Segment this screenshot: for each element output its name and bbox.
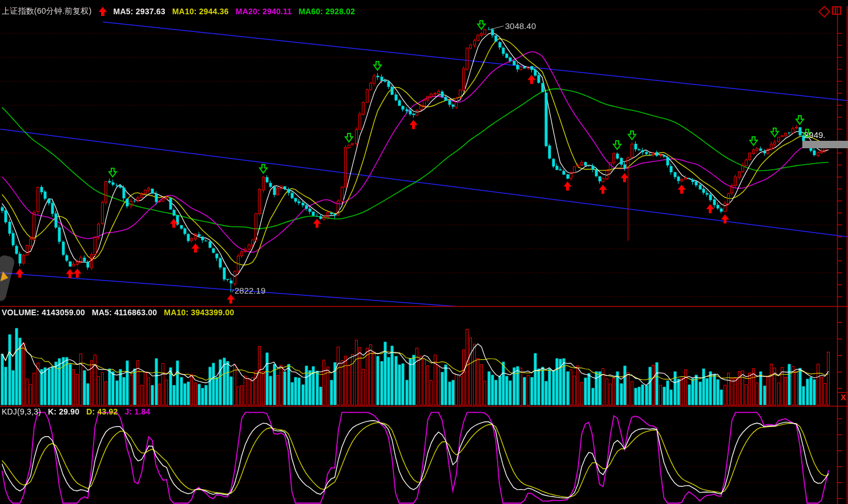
kdj-indicator-label: KDJ(9,3,3): [2, 407, 41, 416]
close-indicator-button[interactable]: X: [839, 392, 848, 403]
pane-divider-glyph: [835, 7, 836, 14]
ma60-value: MA60: 2928.02: [298, 7, 355, 16]
kdj-j-value: J: 1.84: [125, 407, 151, 416]
ma5-value: MA5: 2937.63: [114, 7, 165, 16]
volume-ma5-value: MA5: 4116863.00: [92, 308, 157, 317]
high-price-annotation: 3048.40: [505, 21, 536, 31]
expand-arrow-icon: [1, 271, 10, 283]
split-window-icon[interactable]: [832, 6, 841, 15]
trading-app-window: 上证指数(60分钟.前复权) MA5: 2937.63 MA10: 2944.3…: [0, 0, 848, 504]
chart-canvas[interactable]: [0, 0, 848, 504]
volume-ma10-value: MA10: 3943399.00: [164, 308, 234, 317]
volume-value: VOLUME: 4143059.00: [2, 308, 85, 317]
low-price-annotation: 2822.19: [235, 286, 265, 295]
instrument-title: 上证指数(60分钟.前复权): [2, 6, 92, 17]
kdj-panel-header: KDJ(9,3,3) K: 29.90 D: 43.92 J: 1.84: [2, 407, 151, 416]
main-chart-header: 上证指数(60分钟.前复权) MA5: 2937.63 MA10: 2944.3…: [2, 6, 355, 17]
ma10-value: MA10: 2944.36: [172, 7, 229, 16]
current-price-tag: [802, 141, 848, 148]
last-price-label: 2949.: [804, 130, 826, 140]
kdj-k-value: K: 29.90: [48, 407, 79, 416]
volume-panel-header: VOLUME: 4143059.00 MA5: 4116863.00 MA10:…: [2, 308, 234, 317]
up-arrow-icon: [99, 7, 107, 16]
ma20-value: MA20: 2940.11: [236, 7, 292, 16]
kdj-d-value: D: 43.92: [86, 407, 118, 416]
